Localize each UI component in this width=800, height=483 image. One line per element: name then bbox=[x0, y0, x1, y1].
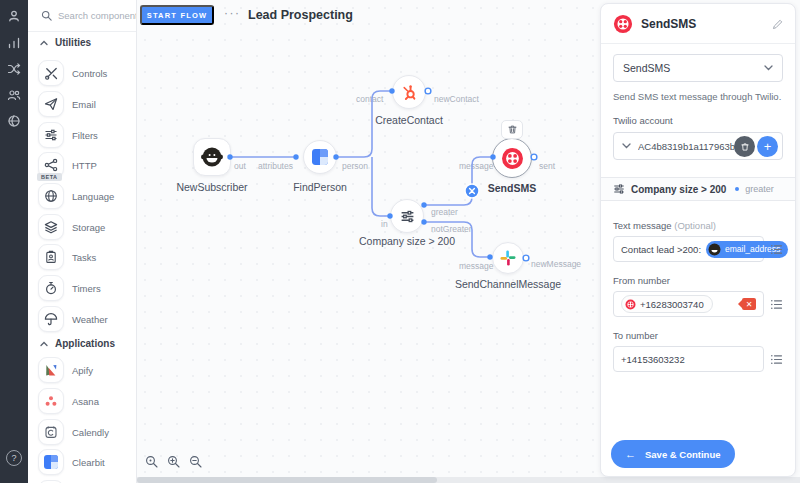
node-label-createcontact: CreateContact bbox=[359, 114, 459, 126]
component-tile[interactable] bbox=[38, 306, 64, 332]
node-label-findperson: FindPerson bbox=[270, 181, 370, 193]
filter-icon bbox=[613, 183, 625, 195]
clearbit-logo bbox=[312, 149, 328, 165]
context-port-dot bbox=[735, 187, 739, 191]
component-item-email[interactable]: Email bbox=[28, 90, 137, 118]
component-item-controls[interactable]: Controls bbox=[28, 59, 137, 87]
component-item-tasks[interactable]: Tasks bbox=[28, 243, 137, 271]
from-number-value: +16283003740 bbox=[640, 299, 704, 310]
section-utilities[interactable]: Utilities bbox=[40, 37, 91, 48]
text-message-label: Text message (Optional) bbox=[613, 220, 783, 231]
flow-menu-dots: ··· bbox=[224, 6, 241, 20]
component-label: Calendly bbox=[72, 427, 109, 438]
zoom-in-icon[interactable] bbox=[167, 455, 180, 468]
delete-node-button[interactable] bbox=[501, 120, 523, 139]
zoom-reset-icon[interactable] bbox=[145, 455, 158, 468]
clear-value-tag[interactable]: ✕ bbox=[742, 298, 756, 310]
operation-select[interactable]: SendSMS bbox=[613, 54, 783, 82]
component-item-clearbit[interactable]: Clearbit bbox=[28, 448, 137, 476]
component-item-calendly[interactable]: Calendly bbox=[28, 418, 137, 446]
text-message-input[interactable]: Contact lead >200: email_address bbox=[613, 236, 764, 262]
delete-account-button[interactable] bbox=[734, 136, 755, 157]
component-item-asana[interactable]: Asana bbox=[28, 387, 137, 415]
add-account-button[interactable]: + bbox=[757, 136, 778, 157]
component-item-apify[interactable]: Apify bbox=[28, 356, 137, 384]
component-label: Apify bbox=[72, 365, 93, 376]
inspector-fields: Text message (Optional) Contact lead >20… bbox=[601, 201, 795, 372]
node-newsubscriber[interactable] bbox=[193, 138, 231, 176]
clipboard-icon bbox=[44, 250, 58, 264]
port-label-sms-message: message bbox=[459, 161, 494, 171]
team-icon[interactable] bbox=[7, 88, 21, 102]
component-label: Filters bbox=[72, 130, 98, 141]
component-tile[interactable] bbox=[38, 122, 64, 148]
inspector-header: SendSMS bbox=[601, 4, 795, 44]
field-label-text: Text message bbox=[613, 220, 672, 231]
node-companysize-filter[interactable] bbox=[390, 199, 424, 233]
from-number-input[interactable]: +16283003740 ✕ bbox=[613, 291, 764, 317]
component-label: Weather bbox=[72, 314, 108, 325]
connector-list-icon[interactable] bbox=[770, 353, 783, 366]
component-item-language[interactable]: BETA Language bbox=[28, 182, 137, 210]
inspector-panel: SendSMS SendSMS Send SMS text message th… bbox=[600, 3, 796, 477]
flow-menu-button[interactable]: ··· bbox=[224, 6, 241, 20]
components-panel: Utilities Controls Email Filters HTTP BE… bbox=[28, 0, 137, 483]
from-number-pill[interactable]: +16283003740 bbox=[621, 295, 713, 313]
to-number-input[interactable]: +14153603232 bbox=[613, 346, 764, 372]
component-tile[interactable] bbox=[38, 275, 64, 301]
component-tile[interactable] bbox=[38, 60, 64, 86]
analytics-icon[interactable] bbox=[7, 36, 21, 50]
start-flow-button[interactable]: START FLOW bbox=[140, 5, 214, 25]
save-row: ← Save & Continue bbox=[611, 440, 735, 468]
node-sendsms[interactable] bbox=[492, 138, 532, 178]
slack-logo bbox=[500, 250, 516, 266]
horizontal-scrollbar[interactable] bbox=[28, 477, 800, 483]
port-label-slack-message: message bbox=[459, 261, 494, 271]
section-applications[interactable]: Applications bbox=[40, 338, 115, 349]
node-createcontact[interactable] bbox=[392, 75, 426, 109]
account-label: Twilio account bbox=[613, 115, 783, 126]
to-number-row: +14153603232 bbox=[613, 346, 783, 372]
component-item-filters[interactable]: Filters bbox=[28, 121, 137, 149]
node-findperson[interactable] bbox=[303, 140, 337, 174]
connector-list-icon[interactable] bbox=[770, 298, 783, 311]
scrollbar-thumb[interactable] bbox=[137, 477, 437, 483]
operation-value: SendSMS bbox=[623, 62, 670, 74]
workflows-icon[interactable] bbox=[7, 62, 21, 76]
component-tile[interactable] bbox=[38, 419, 64, 445]
port-label-in: in bbox=[381, 219, 388, 229]
from-number-row: +16283003740 ✕ bbox=[613, 291, 783, 317]
account-select[interactable]: AC4b8319b1a117963b7f774a8... + bbox=[613, 132, 783, 160]
component-item-weather[interactable]: Weather bbox=[28, 305, 137, 333]
apps-icon[interactable] bbox=[7, 114, 21, 128]
save-continue-button[interactable]: ← Save & Continue bbox=[611, 440, 735, 468]
help-button[interactable]: ? bbox=[6, 450, 22, 466]
context-step-name: Company size > 200 bbox=[631, 184, 726, 195]
component-tile[interactable] bbox=[38, 449, 64, 475]
user-icon[interactable] bbox=[7, 9, 21, 23]
node-sendchannelmessage[interactable] bbox=[492, 242, 524, 274]
account-value: AC4b8319b1a117963b7f774a8... bbox=[638, 141, 738, 152]
context-step-bar[interactable]: Company size > 200 greater bbox=[601, 177, 795, 201]
node-label-newsubscriber: NewSubscriber bbox=[162, 181, 262, 193]
component-tile[interactable] bbox=[38, 244, 64, 270]
node-label-sendchannelmessage: SendChannelMessage bbox=[443, 278, 573, 290]
component-tile[interactable] bbox=[38, 214, 64, 240]
component-item-timers[interactable]: Timers bbox=[28, 274, 137, 302]
calendly-logo bbox=[44, 425, 58, 439]
edit-icon[interactable] bbox=[772, 19, 783, 30]
component-tile[interactable] bbox=[38, 91, 64, 117]
component-item-partial[interactable] bbox=[28, 479, 137, 483]
zoom-out-icon[interactable] bbox=[189, 455, 202, 468]
port-label-attributes: attributes bbox=[258, 161, 293, 171]
section-label: Utilities bbox=[55, 37, 91, 48]
paper-plane-icon bbox=[44, 97, 58, 111]
port-label-out: out bbox=[234, 161, 246, 171]
component-tile[interactable] bbox=[38, 183, 64, 209]
search-input[interactable] bbox=[58, 10, 136, 21]
component-item-storage[interactable]: Storage bbox=[28, 213, 137, 241]
component-tile[interactable] bbox=[38, 388, 64, 414]
to-number-label: To number bbox=[613, 330, 783, 341]
component-tile[interactable] bbox=[38, 357, 64, 383]
connector-list-icon[interactable] bbox=[770, 243, 783, 256]
